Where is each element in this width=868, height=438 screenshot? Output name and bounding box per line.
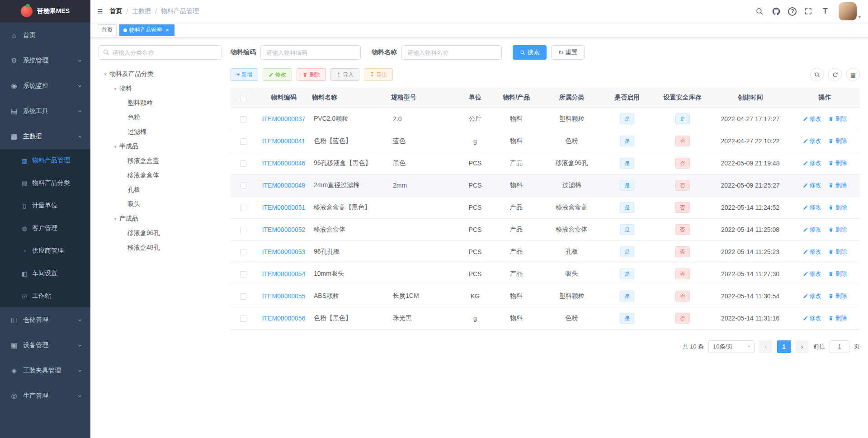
sidebar-item-system-tools[interactable]: 系统工具 xyxy=(0,99,90,124)
row-checkbox[interactable] xyxy=(240,293,246,300)
sidebar-item-system-management[interactable]: 系统管理 xyxy=(0,48,90,73)
delete-row-button[interactable]: 删除 xyxy=(828,292,847,300)
sidebar-item-supplier-management[interactable]: 供应商管理 xyxy=(0,240,90,262)
row-checkbox[interactable] xyxy=(240,271,246,278)
tree-node-root[interactable]: 物料及产品分类 xyxy=(99,67,222,81)
material-name-input[interactable] xyxy=(401,45,502,60)
toggle-search-button[interactable] xyxy=(810,68,824,81)
breadcrumb-master-data[interactable]: 主数据 xyxy=(132,7,151,15)
sidebar-item-tooling-fixture-management[interactable]: 工装夹具管理 xyxy=(0,358,90,383)
sidebar-item-home[interactable]: 首页 xyxy=(0,23,90,48)
row-checkbox[interactable] xyxy=(240,160,246,167)
search-button[interactable]: 搜索 xyxy=(513,45,547,60)
goto-page-input[interactable] xyxy=(830,340,849,353)
header-search-button[interactable] xyxy=(755,6,764,16)
item-code-link[interactable]: ITEM00000037 xyxy=(262,115,306,122)
sidebar-toggle-button[interactable] xyxy=(90,6,109,17)
tree-node-leaf[interactable]: 移液盒48孔 xyxy=(99,240,222,255)
edit-button[interactable]: 修改 xyxy=(263,68,292,81)
tree-node-group[interactable]: 产成品 xyxy=(99,212,222,226)
edit-row-button[interactable]: 修改 xyxy=(803,137,821,145)
sidebar-item-system-monitoring[interactable]: 系统监控 xyxy=(0,73,90,99)
tree-node-leaf[interactable]: 塑料颗粒 xyxy=(99,96,222,110)
edit-row-button[interactable]: 修改 xyxy=(803,226,821,234)
delete-row-button[interactable]: 删除 xyxy=(828,181,847,189)
delete-row-button[interactable]: 删除 xyxy=(828,248,847,256)
row-checkbox[interactable] xyxy=(240,249,246,255)
sidebar-item-material-product-management[interactable]: 物料产品管理 xyxy=(0,149,90,172)
row-checkbox[interactable] xyxy=(240,205,246,211)
sidebar-item-workshop-settings[interactable]: 车间设置 xyxy=(0,262,90,285)
help-icon[interactable] xyxy=(788,7,797,16)
delete-row-button[interactable]: 删除 xyxy=(828,203,847,212)
delete-row-button[interactable]: 删除 xyxy=(828,314,847,322)
tree-expand-icon[interactable] xyxy=(111,86,119,92)
sidebar-item-material-product-category[interactable]: 物料产品分类 xyxy=(0,172,90,194)
select-all-checkbox[interactable] xyxy=(240,95,246,101)
refresh-table-button[interactable] xyxy=(828,68,842,81)
page-size-select[interactable]: 10条/页 xyxy=(708,340,755,353)
edit-row-button[interactable]: 修改 xyxy=(803,159,821,167)
sidebar-item-equipment-management[interactable]: 设备管理 xyxy=(0,333,90,358)
edit-row-button[interactable]: 修改 xyxy=(803,314,821,322)
edit-row-button[interactable]: 修改 xyxy=(803,203,821,212)
tab-material-product-management[interactable]: 物料产品管理 × xyxy=(119,24,175,36)
item-code-link[interactable]: ITEM00000049 xyxy=(262,182,306,189)
tab-close-icon[interactable]: × xyxy=(164,27,170,33)
edit-row-button[interactable]: 修改 xyxy=(803,115,821,123)
material-code-input[interactable] xyxy=(260,45,361,60)
tree-node-leaf[interactable]: 吸头 xyxy=(99,197,222,212)
fullscreen-button[interactable] xyxy=(803,6,813,16)
export-button[interactable]: 导出 xyxy=(364,68,393,81)
reset-button[interactable]: 重置 xyxy=(551,45,585,60)
item-code-link[interactable]: ITEM00000053 xyxy=(262,248,306,255)
page-number-button[interactable]: 1 xyxy=(777,340,791,353)
import-button[interactable]: 导入 xyxy=(330,68,359,81)
column-settings-button[interactable] xyxy=(846,68,860,81)
next-page-button[interactable]: › xyxy=(795,340,809,353)
edit-row-button[interactable]: 修改 xyxy=(803,292,821,300)
add-button[interactable]: 新增 xyxy=(231,68,258,81)
prev-page-button[interactable]: ‹ xyxy=(759,340,773,353)
delete-row-button[interactable]: 删除 xyxy=(828,159,847,167)
sidebar-item-measurement-unit[interactable]: 计量单位 xyxy=(0,194,90,217)
tree-node-leaf[interactable]: 孔板 xyxy=(99,183,222,197)
sidebar-item-workstation[interactable]: 工作站 xyxy=(0,285,90,307)
item-code-link[interactable]: ITEM00000055 xyxy=(262,292,306,300)
item-code-link[interactable]: ITEM00000056 xyxy=(262,315,306,322)
row-checkbox[interactable] xyxy=(240,227,246,233)
category-search-input[interactable] xyxy=(99,45,222,60)
tree-expand-icon[interactable] xyxy=(101,71,109,77)
sidebar-item-warehouse-management[interactable]: 仓储管理 xyxy=(0,307,90,333)
edit-row-button[interactable]: 修改 xyxy=(803,248,821,256)
sidebar-item-master-data[interactable]: 主数据 xyxy=(0,124,90,149)
item-code-link[interactable]: ITEM00000052 xyxy=(262,226,306,233)
delete-row-button[interactable]: 删除 xyxy=(828,270,847,278)
item-code-link[interactable]: ITEM00000041 xyxy=(262,137,306,145)
delete-row-button[interactable]: 删除 xyxy=(828,226,847,234)
delete-row-button[interactable]: 删除 xyxy=(828,115,847,123)
item-code-link[interactable]: ITEM00000046 xyxy=(262,160,306,167)
breadcrumb-home[interactable]: 首页 xyxy=(109,7,122,15)
item-code-link[interactable]: ITEM00000054 xyxy=(262,270,306,278)
tree-expand-icon[interactable] xyxy=(111,216,119,222)
sidebar-item-customer-management[interactable]: 客户管理 xyxy=(0,217,90,240)
tree-node-leaf[interactable]: 过滤棉 xyxy=(99,125,222,139)
edit-row-button[interactable]: 修改 xyxy=(803,181,821,189)
row-checkbox[interactable] xyxy=(240,316,246,322)
tree-expand-icon[interactable] xyxy=(111,144,119,150)
sidebar-item-production-management[interactable]: 生产管理 xyxy=(0,383,90,409)
row-checkbox[interactable] xyxy=(240,183,246,189)
github-icon[interactable] xyxy=(771,6,781,16)
delete-row-button[interactable]: 删除 xyxy=(828,137,847,145)
app-logo[interactable]: 苦糖果MES xyxy=(0,0,90,23)
tab-home[interactable]: 首页 xyxy=(98,24,117,36)
font-size-button[interactable] xyxy=(820,6,830,16)
item-code-link[interactable]: ITEM00000051 xyxy=(262,204,306,211)
tree-node-leaf[interactable]: 移液盒盒盖 xyxy=(99,154,222,168)
delete-button[interactable]: 删除 xyxy=(297,68,326,81)
row-checkbox[interactable] xyxy=(240,116,246,122)
tree-node-group[interactable]: 半成品 xyxy=(99,139,222,154)
tree-node-leaf[interactable]: 色粉 xyxy=(99,110,222,125)
tree-node-leaf[interactable]: 移液盒96孔 xyxy=(99,226,222,240)
